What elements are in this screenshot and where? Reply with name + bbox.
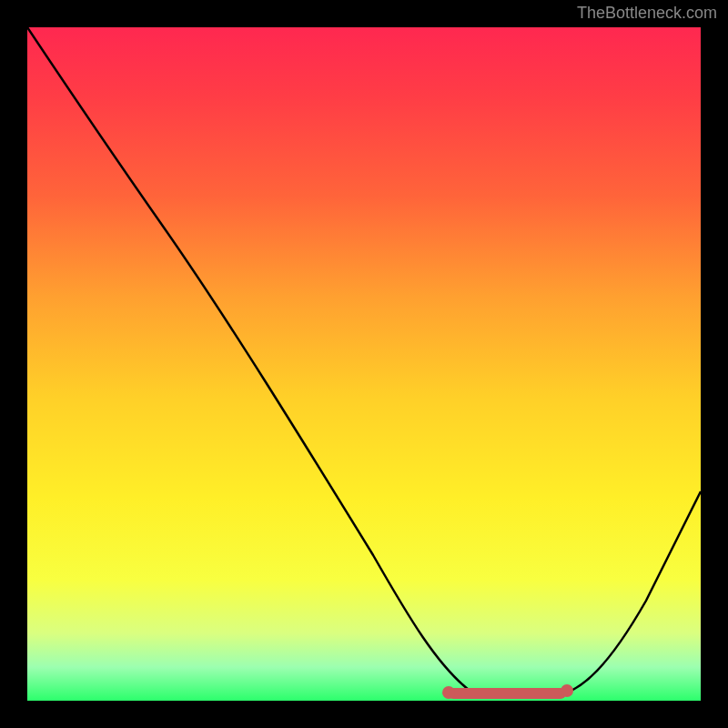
optimal-range-start-dot [442,686,455,699]
optimal-range-band [448,688,566,699]
optimal-range-end-dot [561,684,573,697]
curve-svg [27,27,701,701]
bottleneck-curve-path [27,27,701,698]
watermark-text: TheBottleneck.com [577,4,717,23]
chart-plot-area [27,27,701,701]
